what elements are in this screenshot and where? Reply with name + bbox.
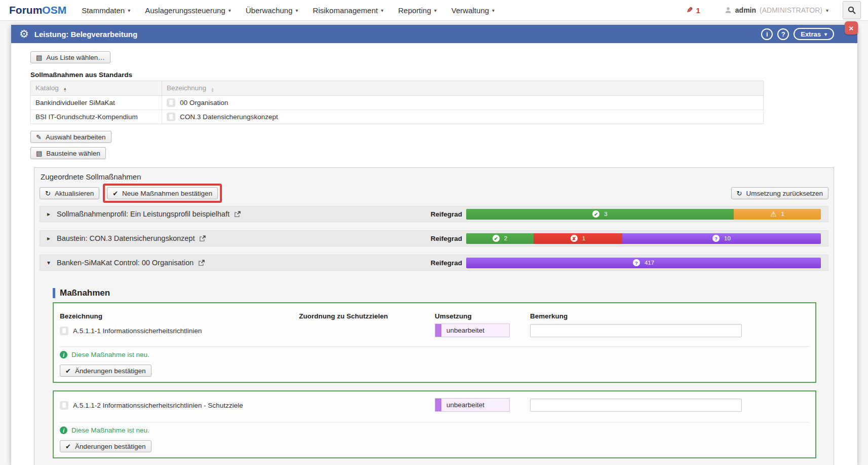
nav-menu-ueberwachung[interactable]: Überwachung ▾	[246, 6, 298, 15]
info-button[interactable]: i	[761, 28, 773, 40]
brand-part1: Forum	[9, 4, 42, 16]
label-zuordnung: Zuordnung zu Schutzzielen	[299, 312, 435, 320]
confirm-changes-button[interactable]: ✔ Änderungen bestätigen	[60, 440, 152, 452]
massnahme-column-labels: Bezeichnung Zuordnung zu Schutzzielen Um…	[60, 312, 809, 320]
sort-desc-icon: ▼	[211, 90, 214, 92]
edit-selection-label: Auswahl bearbeiten	[46, 133, 106, 141]
caret-down-icon: ▾	[128, 8, 130, 13]
column-header-bezeichnung[interactable]: Bezeichnung▲▼	[162, 81, 764, 96]
reifegrad-label: Reifegrad	[431, 259, 462, 267]
column-label: Katalog	[35, 84, 59, 92]
new-measure-note-text: Diese Maßnahme ist neu.	[71, 426, 149, 434]
extras-button[interactable]: Extras ▾	[794, 28, 834, 40]
row-checkbox[interactable]	[167, 113, 175, 121]
caret-down-icon: ▾	[381, 8, 384, 13]
question-circle-icon: ?	[712, 235, 720, 242]
standards-table: Katalog▲▼ Bezeichnung▲▼ Bankindividuelle…	[30, 81, 764, 124]
sort-desc-icon: ▼	[63, 90, 67, 92]
new-measure-note: i Diese Maßnahme ist neu.	[60, 426, 809, 434]
search-icon	[848, 6, 856, 14]
edit-selection-button[interactable]: ✎ Auswahl bearbeiten	[30, 131, 111, 143]
confirm-new-measures-button[interactable]: ✔ Neue Maßnahmen bestätigen	[107, 187, 218, 199]
katalog-cell: Bankindividueller SiMaKat	[31, 96, 162, 110]
row-checkbox[interactable]	[167, 98, 175, 107]
check-circle-icon: ✔	[592, 210, 599, 218]
refresh-icon: ↻	[45, 190, 51, 197]
help-button[interactable]: ?	[777, 28, 789, 40]
group-row-sollmassnahmenprofil[interactable]: ▸ Sollmaßnahmenprofil: Ein Leistungsprof…	[40, 206, 828, 222]
katalog-cell: BSI IT-Grundschutz-Kompendium	[31, 110, 162, 124]
check-icon: ✔	[65, 367, 71, 375]
bar-segment-fail: ✘ 1	[534, 233, 622, 244]
nav-menu-auslagerungssteuerung[interactable]: Auslagerungssteuerung ▾	[145, 6, 231, 15]
massnahme-checkbox[interactable]	[60, 327, 68, 335]
group-title: Baustein: CON.3 Datensicherungskonzept	[57, 234, 195, 242]
group-row-banken-simakat[interactable]: ▾ Banken-SiMaKat Control: 00 Organisatio…	[40, 255, 828, 271]
reifegrad-bar: ? 417	[466, 258, 821, 268]
external-link-icon[interactable]	[199, 235, 206, 242]
list-icon: ▤	[36, 150, 42, 157]
new-measure-note-text: Diese Maßnahme ist neu.	[71, 351, 149, 359]
user-menu[interactable]: admin (ADMINISTRATOR) ▾	[725, 6, 828, 14]
close-button[interactable]: ×	[845, 21, 858, 34]
group-title: Sollmaßnahmenprofil: Ein Leistungsprofil…	[57, 210, 230, 218]
choose-modules-button[interactable]: ▤ Bausteine wählen	[30, 147, 106, 159]
caret-down-icon: ▾	[229, 8, 231, 13]
extras-label: Extras	[801, 30, 821, 38]
caret-down-icon: ▾	[434, 8, 437, 13]
reset-implementation-button[interactable]: ↻ Umsetzung zurücksetzen	[731, 187, 828, 199]
gear-icon: ⚙	[19, 28, 29, 40]
nav-menu-stammdaten[interactable]: Stammdaten ▾	[82, 6, 130, 15]
bezeichnung-cell: CON.3 Datensicherungskonzept	[162, 110, 764, 124]
bar-segment-ok: ✔ 3	[466, 209, 734, 220]
column-header-katalog[interactable]: Katalog▲▼	[31, 81, 162, 96]
assigned-toolbar: ↻ Aktualisieren ✔ Neue Maßnahmen bestäti…	[34, 184, 834, 206]
column-label: Bezeichnung	[167, 84, 206, 92]
umsetzung-value: unbearbeitet	[446, 327, 484, 334]
caret-right-icon: ▸	[47, 210, 52, 218]
nav-menu-reporting[interactable]: Reporting ▾	[398, 6, 437, 15]
nav-menu-risikomanagement[interactable]: Risikomanagement ▾	[313, 6, 383, 15]
check-circle-icon: ✔	[493, 235, 500, 242]
card-divider	[60, 346, 809, 347]
nav-menu-verwaltung[interactable]: Verwaltung ▾	[451, 6, 495, 15]
bar-segment-open: ? 10	[622, 233, 821, 244]
brand-part2: OSM	[42, 4, 66, 16]
search-button[interactable]	[843, 1, 861, 19]
question-circle-icon: ?	[633, 259, 640, 266]
card-divider	[60, 422, 809, 422]
group-row-baustein[interactable]: ▸ Baustein: CON.3 Datensicherungskonzept…	[40, 230, 828, 246]
check-icon: ✔	[65, 443, 71, 450]
caret-down-icon: ▾	[295, 8, 298, 13]
info-circle-icon: i	[60, 426, 67, 434]
external-link-icon[interactable]	[234, 211, 241, 218]
external-link-icon[interactable]	[198, 260, 205, 266]
new-measure-note: i Diese Maßnahme ist neu.	[60, 351, 809, 359]
nav-menu-label: Überwachung	[246, 6, 293, 15]
label-bemerkung: Bemerkung	[530, 312, 809, 320]
pending-edits-count: 1	[696, 6, 700, 15]
umsetzung-select[interactable]: unbearbeitet	[435, 324, 510, 337]
bezeichnung-cell: 00 Organisation	[162, 96, 764, 110]
x-circle-icon: ✘	[571, 235, 578, 242]
table-row: BSI IT-Grundschutz-Kompendium CON.3 Date…	[31, 110, 764, 124]
confirm-new-measures-label: Neue Maßnahmen bestätigen	[122, 190, 212, 197]
top-navbar: ForumOSM Stammdaten ▾ Auslagerungssteuer…	[0, 0, 868, 21]
leistung-dialog: ⚙ Leistung: Belegverarbeitung i ? Extras…	[11, 25, 857, 465]
confirm-changes-button[interactable]: ✔ Änderungen bestätigen	[60, 365, 152, 377]
assigned-heading: Zugeordnete Sollmaßnahmen	[34, 168, 834, 184]
pending-edits-indicator[interactable]: ✎ 1	[687, 6, 700, 15]
edit-icon: ✎	[36, 133, 42, 141]
massnahme-row: A.5.1.1-2 Informationssicherheitsrichtli…	[60, 398, 809, 412]
massnahme-checkbox[interactable]	[60, 401, 68, 410]
choose-from-list-button[interactable]: ▤ Aus Liste wählen…	[30, 51, 110, 63]
umsetzung-select[interactable]: unbearbeitet	[435, 398, 510, 412]
brand-logo[interactable]: ForumOSM	[9, 4, 66, 16]
bemerkung-input[interactable]	[530, 399, 742, 412]
dialog-header: ⚙ Leistung: Belegverarbeitung i ? Extras…	[11, 25, 857, 43]
bemerkung-input[interactable]	[530, 324, 742, 337]
massnahme-row: A.5.1.1-1 Informationssicherheitsrichtli…	[60, 324, 809, 337]
bar-segment-open: ? 417	[466, 258, 821, 268]
caret-down-icon: ▾	[826, 8, 828, 13]
refresh-button[interactable]: ↻ Aktualisieren	[40, 187, 99, 199]
